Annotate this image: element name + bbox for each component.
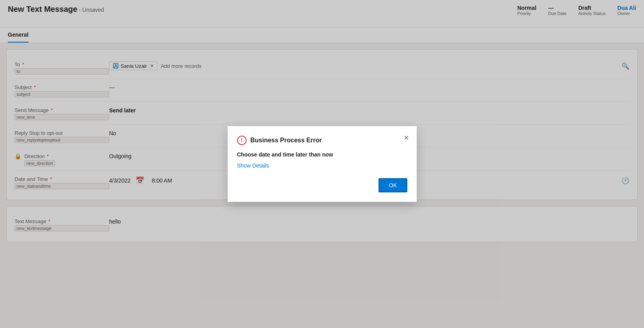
modal-body: Choose date and time later than now Show…	[237, 151, 407, 169]
ok-button[interactable]: OK	[379, 178, 407, 192]
error-icon: !	[237, 136, 247, 145]
modal-header: ! Business Process Error	[237, 136, 407, 145]
business-process-error-dialog: ! Business Process Error ✕ Choose date a…	[228, 126, 417, 202]
modal-title: Business Process Error	[251, 137, 322, 144]
modal-close-button[interactable]: ✕	[402, 132, 410, 143]
show-details-link[interactable]: Show Details	[237, 162, 269, 169]
modal-footer: OK	[237, 178, 407, 192]
modal-overlay: ! Business Process Error ✕ Choose date a…	[0, 0, 644, 328]
modal-message: Choose date and time later than now	[237, 151, 407, 158]
